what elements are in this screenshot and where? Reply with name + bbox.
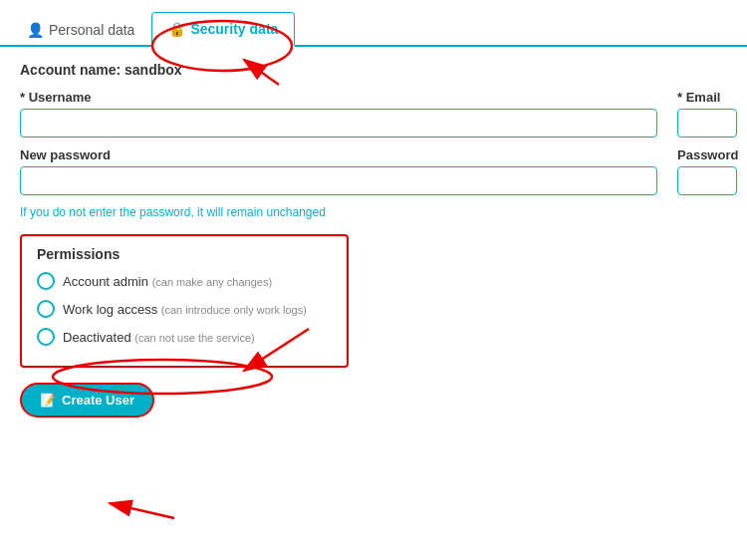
password-hint: If you do not enter the password, it wil…: [20, 205, 727, 219]
radio-worklog[interactable]: [37, 300, 55, 318]
tab-bar: 👤 Personal data 🔒 Security data: [0, 10, 747, 47]
new-password-input[interactable]: [20, 166, 657, 195]
username-field-group: * Username: [20, 90, 657, 138]
permission-label-deactivated: Deactivated (can not use the service): [63, 330, 255, 345]
radio-admin[interactable]: [37, 272, 55, 290]
permission-label-worklog: Work log access (can introduce only work…: [63, 302, 307, 317]
create-user-icon: 📝: [40, 393, 56, 408]
radio-deactivated[interactable]: [37, 328, 55, 346]
person-icon: 👤: [27, 22, 44, 38]
permission-item-deactivated: Deactivated (can not use the service): [37, 328, 332, 346]
password-confirm-input[interactable]: [677, 166, 737, 195]
new-password-field-group: New password: [20, 147, 657, 195]
password-row: New password Password: [20, 147, 727, 195]
username-label: * Username: [20, 90, 657, 105]
create-user-label: Create User: [62, 393, 134, 408]
permission-item-worklog: Work log access (can introduce only work…: [37, 300, 332, 318]
permissions-title: Permissions: [37, 246, 332, 262]
password-confirm-field-group: Password: [677, 147, 738, 195]
lock-icon: 🔒: [168, 21, 185, 37]
permission-label-admin: Account admin (can make any changes): [63, 274, 272, 289]
email-field-group: * Email: [677, 90, 737, 138]
form-area: Account name: sandbox * Username * Email…: [0, 47, 747, 432]
permissions-box: Permissions Account admin (can make any …: [20, 234, 349, 368]
username-email-row: * Username * Email: [20, 90, 727, 138]
tab-security-label: Security data: [190, 21, 278, 37]
username-input[interactable]: [20, 109, 657, 138]
account-name: Account name: sandbox: [20, 62, 727, 78]
svg-line-4: [110, 503, 174, 518]
password-confirm-label: Password: [677, 147, 738, 162]
tab-personal-label: Personal data: [49, 22, 134, 38]
create-user-button[interactable]: 📝 Create User: [20, 383, 154, 418]
tab-security-data[interactable]: 🔒 Security data: [151, 12, 295, 47]
email-input[interactable]: [677, 109, 737, 138]
email-label: * Email: [677, 90, 737, 105]
new-password-label: New password: [20, 147, 657, 162]
tab-personal-data[interactable]: 👤 Personal data: [10, 12, 151, 47]
permission-item-admin: Account admin (can make any changes): [37, 272, 332, 290]
